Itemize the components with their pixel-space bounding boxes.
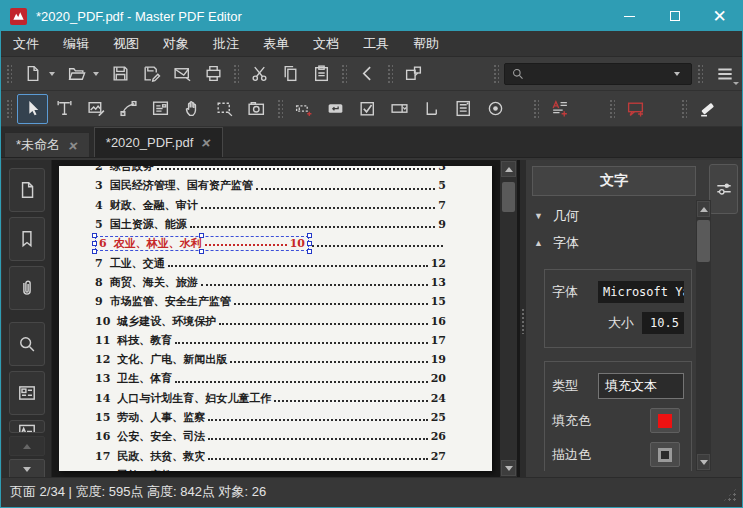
- list-box-button[interactable]: [448, 94, 479, 124]
- toolbar-grip[interactable]: [233, 63, 239, 85]
- panel-scrollbar[interactable]: [696, 200, 711, 471]
- close-button[interactable]: ✕: [697, 1, 742, 31]
- sidebar-scroll-up-button[interactable]: [9, 436, 45, 456]
- toolbar-grip[interactable]: [493, 63, 499, 85]
- menu-批注[interactable]: 批注: [201, 31, 251, 56]
- properties-tab-button[interactable]: [709, 164, 738, 214]
- push-button-button[interactable]: [320, 94, 351, 124]
- eraser-button[interactable]: [692, 94, 723, 124]
- edit-path-tool-button[interactable]: [113, 94, 144, 124]
- add-text-annotation-button[interactable]: [544, 94, 575, 124]
- menu-工具[interactable]: 工具: [351, 31, 401, 56]
- save-as-icon: [142, 64, 161, 83]
- text-field-button[interactable]: [288, 94, 319, 124]
- document-tab[interactable]: *2020_PDF.pdf×: [94, 127, 223, 157]
- combo-box-button[interactable]: [384, 94, 415, 124]
- add-callout-annotation-button[interactable]: [620, 94, 651, 124]
- copy-button[interactable]: [275, 60, 305, 88]
- maximize-button[interactable]: [652, 1, 697, 31]
- signature-panel-button[interactable]: [9, 420, 45, 433]
- attachments-panel-button[interactable]: [9, 266, 45, 310]
- menu-文件[interactable]: 文件: [1, 31, 51, 56]
- resize-grip-icon[interactable]: [722, 487, 738, 503]
- pdf-page[interactable]: 2综合政务33国民经济管理、国有资产监管54财政、金融、审计75国土资源、能源9…: [59, 166, 492, 471]
- select-tool-button[interactable]: [17, 94, 48, 124]
- selection-handle[interactable]: [307, 249, 312, 254]
- radio-button-button[interactable]: [480, 94, 511, 124]
- toolbar-grip[interactable]: [533, 98, 539, 120]
- toolbar-grip[interactable]: [387, 63, 393, 85]
- menu-对象[interactable]: 对象: [151, 31, 201, 56]
- toc-row: 4财政、金融、审计7: [95, 196, 446, 215]
- scroll-down-icon[interactable]: [501, 460, 516, 476]
- document-scrollbar[interactable]: [500, 160, 517, 477]
- email-button[interactable]: [167, 60, 197, 88]
- panel-scroll-down-icon[interactable]: [697, 454, 710, 470]
- scrollbar-thumb[interactable]: [502, 182, 515, 212]
- toolbar-grip[interactable]: [277, 98, 283, 120]
- pages-panel-button[interactable]: [9, 168, 45, 212]
- panel-scroll-up-icon[interactable]: [697, 201, 710, 217]
- selection-handle[interactable]: [199, 249, 204, 254]
- edit-image-tool-button[interactable]: [81, 94, 112, 124]
- selection-handle[interactable]: [92, 249, 97, 254]
- new-document-button[interactable]: [17, 60, 47, 88]
- edit-forms-tool-button[interactable]: [145, 94, 176, 124]
- forms-panel-button[interactable]: [9, 371, 45, 415]
- save-button[interactable]: [105, 60, 135, 88]
- selection-handle[interactable]: [92, 233, 97, 238]
- text-type-dropdown[interactable]: 填充文本: [598, 373, 684, 399]
- toolbar-menu-button[interactable]: [708, 60, 742, 88]
- selected-text-object[interactable]: 6农业、林业、水利10: [95, 236, 309, 251]
- split-view-button[interactable]: [398, 60, 428, 88]
- menu-视图[interactable]: 视图: [101, 31, 151, 56]
- toolbar-grip[interactable]: [609, 98, 615, 120]
- panel-scrollbar-thumb[interactable]: [697, 220, 710, 262]
- panel-section-字体[interactable]: ▲字体: [534, 229, 692, 256]
- menu-编辑[interactable]: 编辑: [51, 31, 101, 56]
- menu-帮助[interactable]: 帮助: [401, 31, 451, 56]
- menu-文档[interactable]: 文档: [301, 31, 351, 56]
- hand-tool-button[interactable]: [177, 94, 208, 124]
- bookmarks-panel-button[interactable]: [9, 217, 45, 261]
- scroll-up-icon[interactable]: [501, 161, 516, 177]
- toolbar-grip[interactable]: [341, 63, 347, 85]
- menu-表单[interactable]: 表单: [251, 31, 301, 56]
- print-button[interactable]: [198, 60, 228, 88]
- font-family-input[interactable]: Microsoft YaHei: [598, 281, 684, 303]
- save-as-button[interactable]: [136, 60, 166, 88]
- tab-close-icon[interactable]: ×: [68, 138, 79, 153]
- selection-handle[interactable]: [307, 241, 312, 246]
- paste-button[interactable]: [306, 60, 336, 88]
- search-dropdown-caret-icon[interactable]: [674, 72, 680, 76]
- checkbox-button[interactable]: [352, 94, 383, 124]
- toolbar-grip[interactable]: [697, 63, 703, 85]
- fill-color-button[interactable]: [650, 408, 680, 433]
- stroke-color-button[interactable]: [650, 442, 680, 467]
- selection-handle[interactable]: [92, 241, 97, 246]
- select-area-tool-button[interactable]: [209, 94, 240, 124]
- snapshot-tool-button[interactable]: [241, 94, 272, 124]
- edit-text-tool-button[interactable]: [49, 94, 80, 124]
- selection-handle[interactable]: [199, 233, 204, 238]
- toolbar-grip[interactable]: [6, 63, 12, 85]
- document-tab[interactable]: *未命名×: [4, 132, 90, 157]
- toolbar-grip[interactable]: [6, 98, 12, 120]
- fill-color-swatch: [658, 414, 672, 428]
- minimize-button[interactable]: [607, 1, 652, 31]
- list-field-button[interactable]: [416, 94, 447, 124]
- toolbar-grip[interactable]: [681, 98, 687, 120]
- sidebar-scroll-down-button[interactable]: [9, 459, 45, 479]
- search-panel-button[interactable]: [9, 322, 45, 366]
- tab-close-icon[interactable]: ×: [201, 135, 212, 150]
- panel-section-几何[interactable]: ▼几何: [534, 202, 692, 229]
- previous-view-button[interactable]: [352, 60, 382, 88]
- new-document-dropdown-caret-icon[interactable]: [49, 72, 55, 76]
- font-size-input[interactable]: 10.5: [642, 312, 684, 334]
- open-button[interactable]: [61, 60, 91, 88]
- search-input[interactable]: [525, 67, 673, 81]
- selection-handle[interactable]: [307, 233, 312, 238]
- menu-bar: 文件编辑视图对象批注表单文档工具帮助: [1, 31, 742, 57]
- open-dropdown-caret-icon[interactable]: [93, 72, 99, 76]
- cut-button[interactable]: [244, 60, 274, 88]
